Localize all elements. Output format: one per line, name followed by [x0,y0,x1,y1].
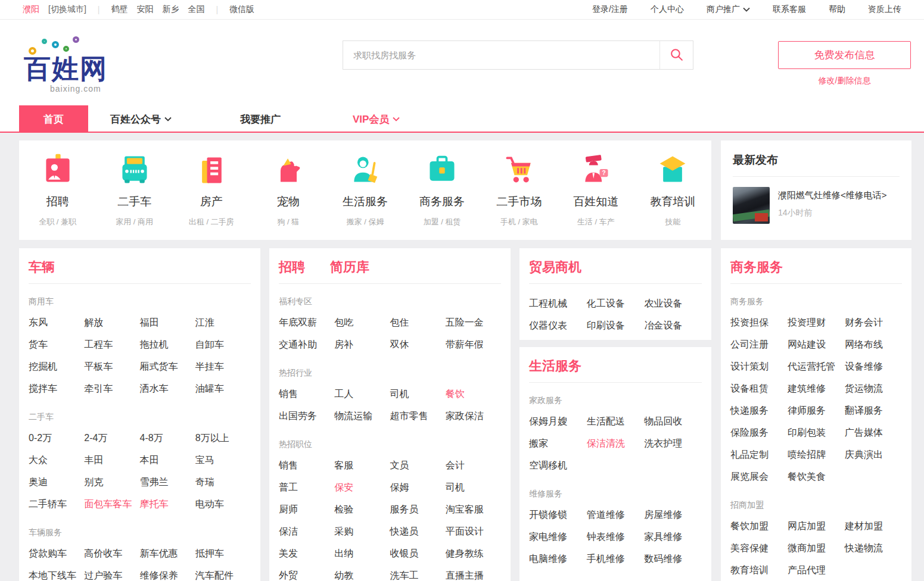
category-link[interactable]: 包吃 [334,311,390,333]
category-link[interactable]: 网络布线 [845,333,902,355]
category-link[interactable]: 设备租赁 [730,377,788,399]
category-link[interactable]: 交通补助 [279,333,334,355]
category-二手车[interactable]: 二手车家用 / 商用 [96,140,173,240]
category-link[interactable]: 洗车工 [390,564,446,581]
topbar-link[interactable]: 帮助 [829,4,845,15]
category-link[interactable]: 律师服务 [788,399,845,421]
category-link[interactable]: 出国劳务 [279,405,334,427]
category-link[interactable]: 别克 [84,471,139,493]
category-link[interactable]: 收银员 [390,542,446,564]
category-link[interactable]: 年底双薪 [279,311,334,333]
category-link[interactable]: 美发 [279,542,334,564]
category-link[interactable]: 家电维修 [529,526,587,548]
category-link[interactable]: 设计策划 [730,355,788,377]
category-link[interactable]: 房屋维修 [644,504,702,526]
category-link[interactable]: 数码维修 [644,548,702,570]
nav-item-1[interactable]: 我要推广 [240,105,281,133]
category-link[interactable]: 平板车 [84,355,139,377]
category-link[interactable]: 建筑维修 [788,377,845,399]
wechat-version-link[interactable]: 微信版 [229,4,254,15]
category-房产[interactable]: 房产出租 / 二手房 [173,140,250,240]
search-input[interactable] [343,41,659,69]
category-link[interactable]: 洒水车 [140,377,195,399]
category-link[interactable]: 健身教练 [446,542,501,564]
category-link[interactable]: 雪弗兰 [140,471,195,493]
category-link[interactable]: 展览展会 [730,466,788,488]
nearby-city-link[interactable]: 新乡 [162,4,179,15]
category-link[interactable]: 幼教 [334,564,390,581]
category-link[interactable]: 维修保养 [140,564,195,581]
category-link[interactable]: 平面设计 [446,520,501,542]
category-link[interactable]: 手机维修 [587,548,645,570]
category-link[interactable]: 保姆月嫂 [529,410,587,432]
card-title[interactable]: 生活服务 [529,360,581,373]
category-link[interactable]: 工人 [334,383,390,405]
category-link[interactable]: 微商加盟 [788,537,845,559]
category-link[interactable]: 宝马 [195,449,251,471]
category-link[interactable]: 福田 [140,311,195,333]
category-link[interactable]: 外贸 [279,564,334,581]
category-link[interactable]: 教育培训 [730,559,788,581]
category-link[interactable]: 喷绘招牌 [788,443,845,466]
category-link[interactable]: 保洁 [279,520,334,542]
category-link[interactable]: 管道维修 [587,504,645,526]
category-link[interactable]: 大众 [29,449,84,471]
category-link[interactable]: 销售 [279,454,334,476]
category-link[interactable]: 快递服务 [730,399,788,421]
category-link[interactable]: 奇瑞 [195,471,251,493]
category-link[interactable]: 客服 [334,454,390,476]
category-link[interactable]: 抵押车 [195,542,251,564]
category-link[interactable]: 家具维修 [644,526,702,548]
category-二手市场[interactable]: 二手市场手机 / 家电 [481,140,558,240]
category-link[interactable]: 财务会计 [845,311,902,333]
category-百姓知道[interactable]: ?百姓知道生活 / 车产 [558,140,634,240]
category-link[interactable]: 建材加盟 [845,515,902,537]
category-link[interactable]: 搬家 [529,432,587,454]
current-city[interactable]: 濮阳 [23,4,39,15]
category-link[interactable]: 厨师 [279,498,334,520]
category-link[interactable]: 贷款购车 [29,542,84,564]
nav-item-0[interactable]: 百姓公众号 [110,105,172,133]
category-link[interactable]: 五险一金 [446,311,501,333]
category-link[interactable]: 文员 [390,454,446,476]
category-link[interactable]: 半挂车 [195,355,251,377]
category-link[interactable]: 钟表维修 [587,526,645,548]
category-教育培训[interactable]: 教育培训技能 [634,140,711,240]
topbar-link[interactable]: 资质上传 [868,4,901,15]
category-link[interactable]: 快递员 [390,520,446,542]
category-link[interactable]: 丰田 [84,449,139,471]
category-link[interactable]: 印刷设备 [587,314,645,336]
listing-thumbnail[interactable] [733,187,770,224]
category-link[interactable]: 牵引车 [84,377,139,399]
category-link[interactable]: 直播主播 [446,564,501,581]
category-link[interactable]: 餐饮美食 [788,466,845,488]
topbar-link[interactable]: 联系客服 [773,4,806,15]
category-link[interactable]: 油罐车 [195,377,251,399]
category-招聘[interactable]: 招聘全职 / 兼职 [19,140,96,240]
category-link[interactable]: 搅拌车 [29,377,84,399]
category-link[interactable]: 农业设备 [644,292,702,314]
category-生活服务[interactable]: 生活服务搬家 / 保姆 [326,140,403,240]
category-link[interactable]: 工程机械 [529,292,587,314]
category-link[interactable]: 空调移机 [529,454,587,476]
category-link[interactable]: 带薪年假 [446,333,501,355]
nearby-city-link[interactable]: 全国 [188,4,204,15]
category-link[interactable]: 二手轿车 [29,493,84,515]
category-link[interactable]: 过户验车 [84,564,139,581]
category-link[interactable]: 礼品定制 [730,443,788,466]
category-link[interactable]: 洗衣护理 [644,432,702,454]
category-link[interactable]: 淘宝客服 [446,498,501,520]
category-link[interactable]: 货运物流 [845,377,902,399]
category-link[interactable]: 新车优惠 [140,542,195,564]
category-link[interactable]: 服务员 [390,498,446,520]
category-link[interactable]: 司机 [446,476,501,498]
category-link[interactable]: 开锁修锁 [529,504,587,526]
category-link[interactable]: 拖拉机 [140,333,195,355]
search-button[interactable] [659,41,693,69]
topbar-link[interactable]: 个人中心 [651,4,684,15]
card-title[interactable]: 简历库 [330,261,369,274]
category-link[interactable]: 采购 [334,520,390,542]
category-link[interactable]: 保姆 [390,476,446,498]
category-link[interactable]: 广告媒体 [845,421,902,443]
card-title[interactable]: 车辆 [29,261,55,274]
